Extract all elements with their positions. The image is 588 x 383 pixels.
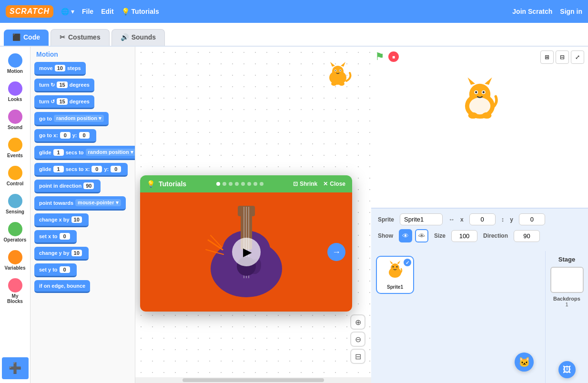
close-label: Close [330, 181, 345, 187]
tab-sounds[interactable]: 🔊 Sounds [112, 29, 165, 46]
block-glidexy-x[interactable]: 0 [91, 166, 102, 172]
tutorial-dot-7[interactable] [260, 182, 264, 186]
variables-label: Variables [5, 265, 26, 271]
block-glide-random[interactable]: glide 1 secs to random position ▾ [34, 146, 135, 160]
block-glidexy-y[interactable]: 0 [111, 166, 121, 172]
tutorial-dot-2[interactable] [229, 182, 233, 186]
nav-file[interactable]: File [82, 8, 93, 15]
tutorial-dot-1[interactable] [223, 182, 226, 186]
sidebar-item-control[interactable]: Control [2, 163, 29, 189]
sidebar-item-events[interactable]: Events [2, 135, 29, 161]
tutorial-shrink-button[interactable]: ⊡ Shrink [293, 181, 317, 187]
block-goto-random[interactable]: go to random position ▾ [34, 112, 109, 126]
sidebar-item-sensing[interactable]: Sensing [2, 191, 29, 217]
tutorial-dot-5[interactable] [247, 182, 251, 186]
tutorial-dot-4[interactable] [241, 182, 245, 186]
block-point-towards[interactable]: point towards mouse-pointer ▾ [34, 196, 126, 211]
block-if-edge-bounce[interactable]: if on edge, bounce [34, 280, 90, 293]
block-turnccw-input[interactable]: 15 [57, 98, 67, 105]
nav-tutorials[interactable]: 💡 Tutorials [122, 8, 159, 15]
show-hidden-button[interactable]: 👁 [415, 229, 428, 242]
tutorial-dot-3[interactable] [235, 182, 239, 186]
zoom-in-icon: ⊕ [355, 318, 361, 327]
script-area[interactable]: 💡 Tutorials ⊡ Shrink [135, 47, 371, 383]
tutorial-dot-0[interactable] [216, 182, 220, 186]
stage-large-button[interactable]: ⊟ [556, 50, 569, 64]
block-gotoxy-y[interactable]: 0 [79, 132, 90, 139]
join-scratch-link[interactable]: Join Scratch [512, 8, 552, 15]
block-changex-input[interactable]: 10 [71, 216, 82, 223]
zoom-out-button[interactable]: ⊖ [350, 332, 365, 347]
tab-code[interactable]: ⬛ Code [4, 30, 49, 46]
block-setx-input[interactable]: 0 [60, 233, 70, 240]
zoom-in-button[interactable]: ⊕ [350, 314, 365, 330]
sign-in-link[interactable]: Sign in [560, 8, 582, 15]
block-set-y[interactable]: set y to 0 [34, 263, 77, 277]
block-goto-dropdown[interactable]: random position ▾ [54, 115, 104, 122]
nav-globe[interactable]: 🌐 ▾ [61, 8, 74, 15]
tab-costumes[interactable]: ✂ Costumes [51, 29, 110, 46]
block-move-input[interactable]: 10 [55, 65, 65, 71]
show-toggle: 👁 👁 [399, 229, 428, 242]
zoom-fit-button[interactable]: ⊟ [350, 349, 365, 364]
block-move[interactable]: move 10 steps [34, 62, 86, 76]
stage-panel-label: Stage [558, 256, 575, 263]
add-backdrop-area: 🖼 [558, 361, 576, 378]
block-set-x[interactable]: set x to 0 [34, 230, 77, 244]
scratch-logo[interactable]: SCRATCH [6, 5, 53, 18]
sidebar-item-myblocks[interactable]: My Blocks [2, 275, 29, 307]
stage-small-button[interactable]: ⊞ [540, 50, 554, 64]
block-pointtowards-dropdown[interactable]: mouse-pointer ▾ [75, 199, 121, 206]
sidebar-item-sound[interactable]: Sound [2, 107, 29, 133]
x-label: x [460, 216, 464, 223]
y-label: y [510, 216, 513, 223]
block-sety-input[interactable]: 0 [60, 266, 70, 273]
x-value-input[interactable] [469, 213, 496, 225]
y-value-input[interactable] [519, 213, 545, 225]
direction-value-input[interactable] [514, 230, 540, 242]
right-panel: ⚑ ■ ⊞ ⊟ ⤢ [371, 47, 588, 383]
stage-fullscreen-button[interactable]: ⤢ [571, 50, 584, 64]
sprite-thumb-sprite1[interactable]: ✓ Sprite1 [376, 256, 414, 294]
nav-edit[interactable]: Edit [101, 8, 113, 15]
block-glidexy-secs[interactable]: 1 [53, 166, 64, 172]
tutorial-play-button[interactable]: ▶ [232, 238, 261, 266]
block-turn-ccw[interactable]: turn ↺ 15 degrees [34, 95, 94, 109]
tutorial-dot-6[interactable] [253, 182, 257, 186]
block-point-dir[interactable]: point in direction 90 [34, 180, 101, 193]
extension-button[interactable]: ➕ [2, 357, 29, 379]
green-flag-button[interactable]: ⚑ [375, 50, 385, 63]
block-turn-cw[interactable]: turn ↻ 15 degrees [34, 79, 94, 92]
add-backdrop-button[interactable]: 🖼 [558, 361, 576, 378]
block-glide-xy[interactable]: glide 1 secs to x: 0 y: 0 [34, 163, 128, 177]
block-goto-xy[interactable]: go to x: 0 y: 0 [34, 129, 96, 143]
block-pointdir-input[interactable]: 90 [83, 182, 94, 189]
motion-dot [8, 53, 22, 68]
tutorial-video[interactable]: ▶ → [140, 192, 352, 312]
add-sprite-button[interactable]: 🐱 [515, 353, 534, 372]
sprite-name-input[interactable] [400, 213, 443, 225]
size-value-input[interactable] [451, 230, 477, 242]
block-glidexy-text: glide [39, 166, 51, 172]
block-gliderandom-dropdown[interactable]: random position ▾ [86, 149, 135, 156]
block-change-y[interactable]: change y by 10 [34, 247, 89, 261]
block-goto-text: go to [39, 116, 52, 121]
script-scrollbar[interactable] [135, 377, 371, 383]
tutorial-close-button[interactable]: ✕ Close [323, 181, 345, 187]
sidebar-item-motion[interactable]: Motion [2, 50, 29, 77]
block-gliderandom-input[interactable]: 1 [53, 149, 64, 156]
stage-thumb[interactable] [550, 267, 584, 293]
size-label: Size [434, 232, 446, 239]
sidebar-item-operators[interactable]: Operators [2, 219, 29, 245]
sidebar-item-variables[interactable]: Variables [2, 247, 29, 273]
tutorial-next-button[interactable]: → [327, 243, 345, 261]
block-changey-input[interactable]: 10 [71, 250, 82, 256]
stop-button[interactable]: ■ [388, 51, 399, 62]
block-turncw-input[interactable]: 15 [57, 81, 67, 88]
block-change-x[interactable]: change x by 10 [34, 213, 89, 227]
show-visible-button[interactable]: 👁 [399, 229, 412, 242]
sprite-thumb-image [385, 260, 405, 283]
sidebar-item-looks[interactable]: Looks [2, 79, 29, 105]
block-gotoxy-x[interactable]: 0 [60, 132, 71, 139]
sounds-icon: 🔊 [121, 33, 129, 41]
